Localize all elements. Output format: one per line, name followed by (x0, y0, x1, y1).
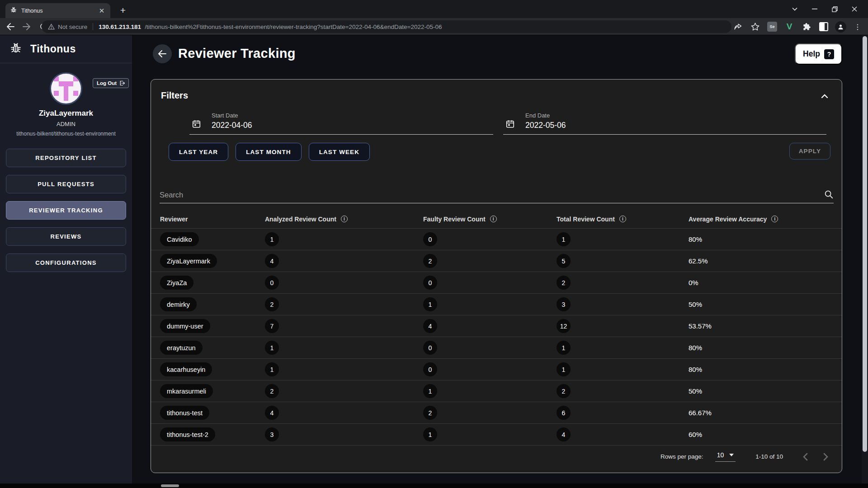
end-date-field[interactable]: End Date 2022-05-06 (503, 112, 826, 135)
info-icon[interactable]: i (771, 216, 778, 222)
tab-search-chevron-icon[interactable] (785, 0, 805, 18)
vue-devtools-icon[interactable]: V (783, 21, 795, 33)
security-warning[interactable]: Not secure (48, 23, 87, 30)
search-input[interactable]: Search (160, 187, 834, 203)
user-repo: tithonus-bilkent/tithonus-test-environme… (0, 131, 132, 137)
security-label: Not secure (58, 23, 87, 30)
reviewer-chip[interactable]: dummy-user (160, 319, 210, 333)
faulty-count-badge: 2 (423, 254, 437, 268)
browser-menu-kebab-icon[interactable]: ⋮ (852, 21, 863, 33)
rows-per-page-select[interactable]: 10 (715, 451, 736, 462)
content-card: Filters Start Date 2022-04-06 End D (151, 79, 842, 473)
analyzed-count-badge: 1 (265, 362, 279, 376)
horizontal-scrollbar-thumb[interactable] (161, 484, 179, 487)
window-close-button[interactable] (844, 0, 864, 18)
column-label: Faulty Review Count (423, 216, 486, 223)
reviewer-chip[interactable]: ZiyaZa (160, 276, 193, 290)
sidebar-item-configurations[interactable]: CONFIGURATIONS (6, 253, 126, 272)
browser-profile-icon[interactable] (835, 21, 846, 33)
start-date-field[interactable]: Start Date 2022-04-06 (189, 112, 493, 135)
browser-toolbar: Not secure 130.61.213.181 /tithonus-bilk… (0, 18, 868, 35)
accuracy-value: 80% (689, 366, 702, 373)
table-row: dummy-user 7 4 12 53.57% (151, 315, 842, 337)
url-host: 130.61.213.181 (99, 23, 141, 30)
arrow-left-icon (158, 50, 167, 58)
browser-tab-strip: Tithonus ✕ + (0, 0, 868, 18)
back-nav-icon[interactable] (4, 20, 17, 33)
share-icon[interactable] (732, 21, 744, 33)
next-page-chevron-icon[interactable] (823, 453, 828, 461)
last-year-button[interactable]: LAST YEAR (169, 143, 228, 161)
analyzed-count-badge: 2 (265, 384, 279, 398)
faulty-count-badge: 0 (423, 341, 437, 355)
user-avatar[interactable] (50, 72, 82, 105)
back-button[interactable] (153, 44, 172, 63)
accuracy-value: 80% (689, 344, 702, 352)
vertical-scrollbar[interactable] (862, 35, 868, 483)
selenium-extension-icon[interactable]: Se (766, 21, 778, 33)
column-header-accuracy[interactable]: Average Review Accuracy i (689, 216, 833, 223)
accuracy-value: 60% (689, 431, 702, 438)
search-placeholder: Search (160, 191, 824, 199)
table-row: demirky 2 1 3 50% (151, 294, 842, 315)
table-row: kacarhuseyin 1 0 1 80% (151, 359, 842, 380)
sidebar-nav: REPOSITORY LIST PULL REQUESTS REVIEWER T… (0, 149, 132, 272)
total-count-badge: 3 (557, 297, 571, 311)
reviewer-chip[interactable]: tithonus-test-2 (160, 427, 215, 441)
reviewer-chip[interactable]: mkarasurmeli (160, 384, 213, 398)
column-header-faulty[interactable]: Faulty Review Count i (423, 216, 557, 223)
column-header-reviewer[interactable]: Reviewer (160, 216, 265, 223)
sidebar-header: Tithonus (0, 35, 132, 63)
reviewer-chip[interactable]: demirky (160, 297, 197, 311)
rows-per-page-value: 10 (717, 451, 724, 459)
total-count-badge: 12 (557, 319, 571, 333)
info-icon[interactable]: i (619, 216, 626, 222)
start-date-value: 2022-04-06 (212, 121, 252, 130)
side-panel-icon[interactable] (818, 21, 830, 33)
user-name: ZiyaLayermark (0, 109, 132, 118)
faulty-count-badge: 1 (423, 384, 437, 398)
last-week-button[interactable]: LAST WEEK (309, 143, 370, 161)
filters-title: Filters (161, 90, 188, 101)
vertical-scrollbar-thumb[interactable] (863, 36, 867, 452)
total-count-badge: 2 (557, 384, 571, 398)
browser-tab[interactable]: Tithonus ✕ (5, 3, 110, 18)
faulty-count-badge: 4 (423, 319, 437, 333)
table-row: Cavidiko 1 0 1 80% (151, 229, 842, 250)
reviewer-chip[interactable]: ZiyaLayermark (160, 254, 217, 268)
sidebar-item-reviews[interactable]: REVIEWS (6, 227, 126, 246)
extensions-puzzle-icon[interactable] (801, 21, 812, 33)
forward-nav-icon[interactable] (20, 20, 33, 33)
window-restore-button[interactable] (825, 0, 844, 18)
info-icon[interactable]: i (490, 216, 497, 222)
window-minimize-button[interactable] (805, 0, 825, 18)
horizontal-scrollbar[interactable] (0, 483, 868, 488)
pagination-range: 1-10 of 10 (755, 453, 783, 460)
column-header-total[interactable]: Total Review Count i (557, 216, 689, 223)
apply-button[interactable]: APPLY (789, 143, 830, 160)
collapse-filters-chevron-up-icon[interactable] (821, 92, 828, 100)
new-tab-button[interactable]: + (117, 4, 129, 17)
sidebar-item-repository-list[interactable]: REPOSITORY LIST (6, 149, 126, 167)
help-button[interactable]: Help ? (795, 43, 842, 65)
sidebar-item-pull-requests[interactable]: PULL REQUESTS (6, 175, 126, 193)
last-month-button[interactable]: LAST MONTH (236, 143, 302, 161)
reviewer-chip[interactable]: Cavidiko (160, 232, 199, 246)
reviewer-chip[interactable]: kacarhuseyin (160, 362, 212, 376)
bookmark-star-icon[interactable] (749, 21, 761, 33)
logout-button[interactable]: Log Out (93, 78, 129, 88)
total-count-badge: 4 (557, 427, 571, 441)
previous-page-chevron-icon[interactable] (803, 453, 808, 461)
reviewer-chip[interactable]: eraytuzun (160, 341, 203, 355)
reviewer-chip[interactable]: tithonus-test (160, 406, 209, 420)
tab-close-icon[interactable]: ✕ (98, 7, 106, 15)
url-bar[interactable]: Not secure 130.61.213.181 /tithonus-bilk… (42, 20, 731, 33)
main-content: Reviewer Tracking Help ? Filters Start D… (132, 35, 862, 483)
sidebar-item-reviewer-tracking[interactable]: REVIEWER TRACKING (6, 201, 126, 220)
column-header-analyzed[interactable]: Analyzed Review Count i (265, 216, 423, 223)
info-icon[interactable]: i (341, 216, 348, 222)
analyzed-count-badge: 4 (265, 254, 279, 268)
total-count-badge: 6 (557, 406, 571, 420)
search-icon[interactable] (824, 189, 834, 201)
column-label: Analyzed Review Count (265, 216, 336, 223)
